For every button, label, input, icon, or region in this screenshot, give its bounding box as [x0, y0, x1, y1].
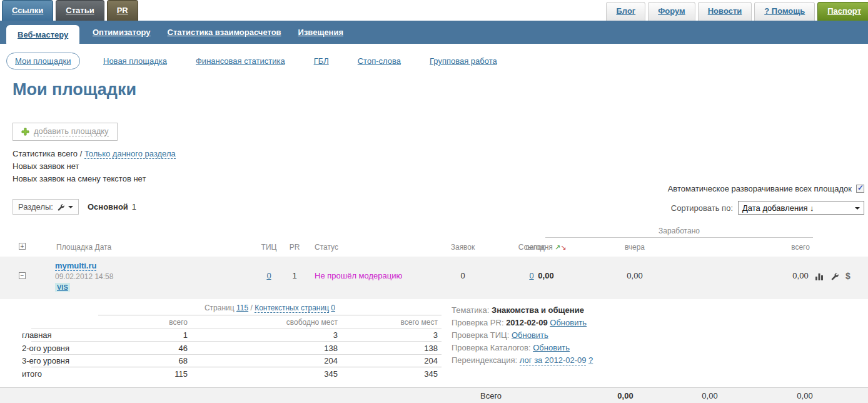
dollar-icon[interactable]: $	[845, 272, 850, 280]
vis-badge[interactable]: VIS	[55, 283, 70, 292]
row-requests: 0	[444, 271, 482, 280]
add-site-button[interactable]: добавить площадку	[13, 123, 118, 141]
sort-row: Сортировать по: Дата добавления ↓	[671, 201, 864, 215]
stats-line-1: Статистика всего / Только данного раздел…	[13, 148, 176, 160]
expanded-panel: Страниц 115 / Контекстных страниц 0 всег…	[0, 299, 868, 384]
detail-theme: Тематика: Знакомства и общение	[452, 304, 593, 317]
sort-select[interactable]: Дата добавления ↓	[738, 201, 864, 215]
pages-row-label: главная	[22, 330, 52, 340]
detail-pr-check: Проверка PR: 2012-02-09 Обновить	[452, 317, 593, 329]
subnav-links: Новая площадка Финансовая статистика ГБЛ…	[103, 56, 497, 66]
site-details: Тематика: Знакомства и общение Проверка …	[452, 304, 593, 367]
tab-forum[interactable]: Форум	[648, 2, 695, 21]
pages-cell: 345	[244, 369, 338, 379]
stats-line-2: Новых заявок нет	[13, 160, 176, 173]
update-catalogs-link[interactable]: Обновить	[533, 343, 570, 352]
help-question-link[interactable]: ?	[588, 355, 593, 365]
pages-cell: 204	[344, 356, 438, 365]
bar-chart-icon[interactable]	[815, 272, 824, 280]
reindex-log-link[interactable]: лог за 2012-02-09	[520, 355, 587, 365]
subnav-my-sites[interactable]: Мои площадки	[6, 53, 80, 69]
row-yesterday: 0,00	[603, 271, 666, 280]
pages-cell: 115	[94, 369, 188, 379]
row-divider	[31, 341, 442, 342]
app-window: Ссылки Статьи PR Блог Форум Новости ? По…	[0, 0, 868, 403]
pages-cell: 138	[344, 344, 438, 353]
row-pr: 1	[285, 271, 305, 280]
service-tabs: Ссылки Статьи PR	[2, 0, 138, 21]
tab-blog[interactable]: Блог	[606, 2, 645, 21]
tab-help[interactable]: ? Помощь	[754, 2, 815, 21]
header-status: Статус	[315, 243, 338, 252]
subnav-stop-words[interactable]: Стоп-слова	[358, 56, 401, 66]
nav-tab-optimizer[interactable]: Оптимизатору	[93, 28, 151, 37]
plus-icon	[21, 128, 29, 136]
pages-row-label: итого	[22, 369, 42, 379]
totals-label: Всего	[480, 391, 502, 400]
update-pr-link[interactable]: Обновить	[550, 318, 587, 327]
main-nav-bar: Веб-мастеру Оптимизатору Статистика взаи…	[0, 21, 868, 44]
add-site-label: добавить площадку	[34, 126, 109, 136]
header-total: всего	[769, 243, 832, 252]
header-pr: PR	[285, 243, 305, 252]
header-yesterday: вчера	[603, 243, 666, 252]
subnav-financial-stats[interactable]: Финансовая статистика	[196, 56, 285, 66]
pages-col-free: свободно мест	[244, 318, 338, 327]
detail-catalog-check: Проверка Каталогов: Обновить	[452, 342, 593, 354]
detail-reindex: Переиндексация: лог за 2012-02-09 ?	[452, 354, 593, 367]
subnav-gbl[interactable]: ГБЛ	[314, 56, 329, 66]
subnav-group-work[interactable]: Групповая работа	[430, 56, 497, 66]
pages-cell: 345	[344, 369, 438, 379]
tab-passport[interactable]: Паспорт	[817, 2, 868, 21]
sort-down-icon[interactable]: ↘	[560, 243, 566, 251]
pages-row-label: 3-его уровня	[22, 356, 69, 365]
sections-label: Разделы:	[18, 202, 53, 212]
sort-select-value: Дата добавления ↓	[742, 203, 814, 213]
tic-link[interactable]: 0	[266, 271, 271, 280]
auto-expand-control: Автоматическое разворачивание всех площа…	[668, 184, 864, 193]
totals-row: Всего 0,00 0,00 0,00	[0, 387, 868, 403]
row-tic: 0	[253, 271, 285, 280]
tab-news[interactable]: Новости	[698, 2, 752, 21]
pages-cell: 46	[94, 344, 188, 353]
totals-yesterday: 0,00	[679, 391, 741, 400]
nav-tab-webmaster[interactable]: Веб-мастеру	[6, 25, 79, 47]
row-divider	[31, 328, 442, 329]
nav-tab-settlement-stats[interactable]: Статистика взаиморасчетов	[168, 28, 281, 37]
update-tic-link[interactable]: Обновить	[512, 330, 548, 340]
pages-cell: 3	[244, 330, 338, 340]
row-status: Не прошёл модерацию	[315, 271, 402, 280]
stats-block: Статистика всего / Только данного раздел…	[13, 148, 176, 185]
page-title: Мои площадки	[13, 80, 136, 99]
context-pages-link[interactable]: Контекстных страниц	[255, 304, 329, 313]
pages-col-total: всего	[94, 318, 188, 327]
pages-count-link[interactable]: 115	[236, 304, 248, 312]
section-name: Основной	[88, 202, 128, 212]
pages-col-places: всего мест	[344, 318, 438, 327]
pages-cell: 204	[244, 356, 338, 365]
subnav-new-site[interactable]: Новая площадка	[103, 56, 167, 66]
sections-row: Разделы: Основной 1	[13, 199, 136, 215]
site-tabs: Блог Форум Новости ? Помощь Паспорт	[606, 2, 868, 21]
nav-tab-notifications[interactable]: Извещения	[298, 28, 343, 37]
wrench-icon[interactable]	[830, 272, 839, 280]
totals-today: 0,00	[594, 391, 657, 400]
main-nav-links: Оптимизатору Статистика взаиморасчетов И…	[93, 28, 343, 37]
tab-articles[interactable]: Статьи	[56, 0, 104, 21]
site-link[interactable]: mymulti.ru	[55, 261, 96, 271]
collapse-icon[interactable]: −	[19, 272, 26, 279]
sections-menu-button[interactable]: Разделы:	[13, 199, 79, 215]
pages-underline	[98, 315, 442, 315]
tab-pr[interactable]: PR	[107, 0, 138, 21]
context-count-link[interactable]: 0	[331, 304, 335, 312]
header-tic: ТИЦ	[253, 243, 285, 252]
header-today: сегодня ↗↘	[515, 243, 577, 252]
expand-all-icon[interactable]: +	[19, 243, 26, 250]
pages-cell: 1	[94, 330, 188, 340]
totals-total: 0,00	[774, 391, 836, 400]
tab-links[interactable]: Ссылки	[2, 0, 53, 21]
auto-expand-checkbox[interactable]	[856, 185, 864, 193]
sort-up-icon[interactable]: ↗	[555, 243, 560, 251]
stats-section-link[interactable]: Только данного раздела	[84, 149, 176, 159]
row-actions: $	[815, 272, 850, 280]
